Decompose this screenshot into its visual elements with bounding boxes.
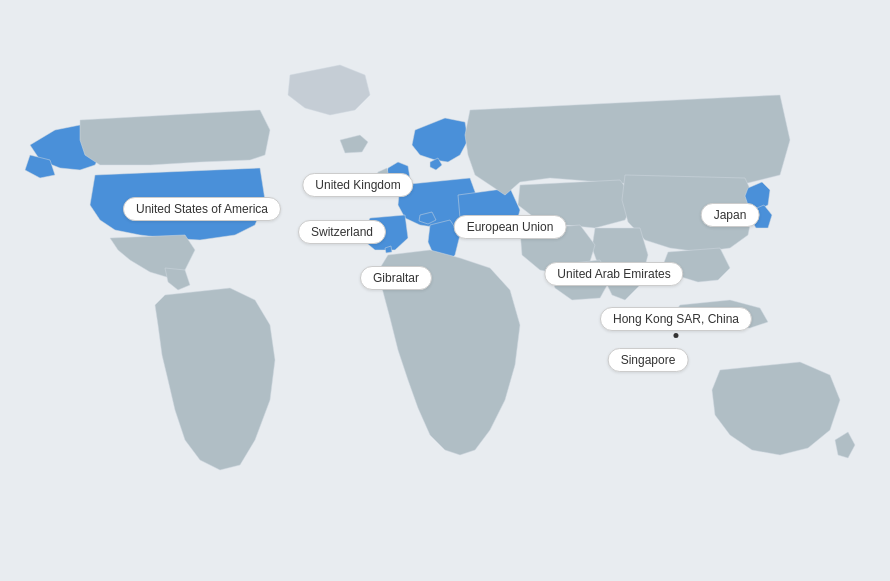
map-container: United States of America United Kingdom … bbox=[0, 0, 890, 581]
svg-point-1 bbox=[692, 307, 698, 313]
